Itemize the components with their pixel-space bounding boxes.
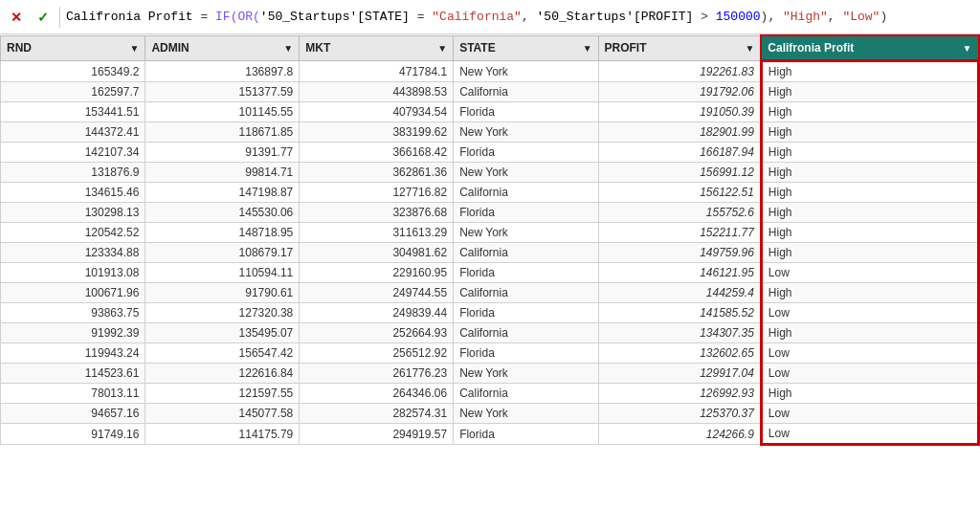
- table-row: 131876.999814.71362861.36New York156991.…: [1, 163, 979, 183]
- table-row: 130298.13145530.06323876.68Florida155752…: [1, 203, 979, 223]
- formula-icons: ✕ ✓: [6, 7, 54, 28]
- cell-state: Florida: [454, 343, 598, 364]
- cell-mkt: 256512.92: [300, 343, 454, 364]
- table-wrapper: RND ▼ ADMIN ▼ MKT ▼: [0, 34, 980, 530]
- cell-state: Florida: [454, 424, 598, 445]
- cell-rnd: 101913.08: [1, 263, 145, 283]
- cell-rnd: 93863.75: [1, 303, 145, 323]
- cell-state: Florida: [454, 143, 598, 163]
- col-mkt-dropdown-icon[interactable]: ▼: [437, 43, 447, 54]
- cell-admin: 108679.17: [145, 243, 300, 263]
- cell-calprofit: High: [761, 223, 978, 243]
- cell-profit: 125370.37: [598, 404, 761, 424]
- cell-mkt: 249839.44: [300, 303, 454, 323]
- cell-admin: 114175.79: [145, 424, 300, 445]
- cell-rnd: 134615.46: [1, 183, 145, 203]
- cell-calprofit: Low: [761, 263, 978, 283]
- cell-admin: 101145.55: [145, 102, 300, 122]
- cell-rnd: 94657.16: [1, 404, 145, 424]
- cell-mkt: 294919.57: [300, 424, 454, 445]
- cell-calprofit: High: [761, 183, 978, 203]
- cell-mkt: 323876.68: [300, 203, 454, 223]
- cell-rnd: 165349.2: [1, 61, 145, 82]
- cell-rnd: 142107.34: [1, 143, 145, 163]
- cancel-button[interactable]: ✕: [6, 7, 27, 28]
- cell-calprofit: High: [761, 163, 978, 183]
- col-calprofit-dropdown-icon[interactable]: ▼: [963, 43, 972, 54]
- cell-rnd: 120542.52: [1, 223, 145, 243]
- cell-mkt: 362861.36: [300, 163, 454, 183]
- cell-admin: 136897.8: [145, 61, 300, 82]
- cell-rnd: 114523.61: [1, 364, 145, 384]
- cell-profit: 132602.65: [598, 343, 761, 364]
- cell-admin: 145077.58: [145, 404, 300, 424]
- cell-profit: 152211.77: [598, 223, 761, 243]
- cell-mkt: 264346.06: [300, 384, 454, 404]
- col-header-rnd[interactable]: RND ▼: [1, 35, 145, 61]
- formula-bar: ✕ ✓ Califronia Profit = IF(OR('50_Startu…: [0, 0, 980, 34]
- cell-profit: 166187.94: [598, 143, 761, 163]
- cell-calprofit: Low: [761, 303, 978, 323]
- cell-profit: 192261.83: [598, 61, 761, 82]
- cell-profit: 129917.04: [598, 364, 761, 384]
- cell-profit: 155752.6: [598, 203, 761, 223]
- col-header-mkt-label: MKT: [305, 41, 330, 55]
- table-body: 165349.2136897.8471784.1New York192261.8…: [1, 61, 979, 445]
- cell-profit: 156122.51: [598, 183, 761, 203]
- table-row: 144372.41118671.85383199.62New York18290…: [1, 122, 979, 143]
- table-row: 91749.16114175.79294919.57Florida124266.…: [1, 424, 979, 445]
- formula-input[interactable]: Califronia Profit = IF(OR('50_Startups'[…: [66, 10, 974, 24]
- cell-profit: 191792.06: [598, 82, 761, 102]
- col-profit-dropdown-icon[interactable]: ▼: [745, 43, 754, 54]
- cell-state: California: [454, 183, 598, 203]
- cell-admin: 91391.77: [145, 143, 300, 163]
- cell-profit: 156991.12: [598, 163, 761, 183]
- table-row: 100671.9691790.61249744.55California1442…: [1, 283, 979, 303]
- table-row: 123334.88108679.17304981.62California149…: [1, 243, 979, 263]
- formula-column-name: Califronia Profit: [66, 10, 200, 24]
- confirm-button[interactable]: ✓: [33, 7, 54, 28]
- cell-state: Florida: [454, 263, 598, 283]
- cell-admin: 122616.84: [145, 364, 300, 384]
- cell-calprofit: High: [761, 61, 978, 82]
- table-row: 93863.75127320.38249839.44Florida141585.…: [1, 303, 979, 323]
- cell-mkt: 127716.82: [300, 183, 454, 203]
- cell-state: Florida: [454, 102, 598, 122]
- table-row: 165349.2136897.8471784.1New York192261.8…: [1, 61, 979, 82]
- col-header-admin[interactable]: ADMIN ▼: [145, 35, 300, 61]
- col-header-admin-label: ADMIN: [151, 41, 189, 55]
- cell-calprofit: Low: [761, 364, 978, 384]
- table-header-row: RND ▼ ADMIN ▼ MKT ▼: [1, 35, 979, 61]
- col-admin-dropdown-icon[interactable]: ▼: [283, 43, 293, 54]
- cell-profit: 146121.95: [598, 263, 761, 283]
- cell-state: New York: [454, 122, 598, 143]
- table-row: 114523.61122616.84261776.23New York12991…: [1, 364, 979, 384]
- table-row: 78013.11121597.55264346.06California1269…: [1, 384, 979, 404]
- col-header-calprofit[interactable]: Califronia Profit ▼: [761, 35, 978, 61]
- cell-admin: 145530.06: [145, 203, 300, 223]
- cell-rnd: 123334.88: [1, 243, 145, 263]
- cell-profit: 134307.35: [598, 323, 761, 343]
- col-header-state[interactable]: STATE ▼: [454, 35, 598, 61]
- cell-calprofit: High: [761, 122, 978, 143]
- col-header-mkt[interactable]: MKT ▼: [300, 35, 454, 61]
- cell-admin: 110594.11: [145, 263, 300, 283]
- cell-profit: 124266.9: [598, 424, 761, 445]
- col-state-dropdown-icon[interactable]: ▼: [583, 43, 592, 54]
- cell-calprofit: High: [761, 82, 978, 102]
- cell-calprofit: High: [761, 323, 978, 343]
- cell-calprofit: High: [761, 203, 978, 223]
- cell-calprofit: High: [761, 243, 978, 263]
- cell-rnd: 130298.13: [1, 203, 145, 223]
- col-rnd-dropdown-icon[interactable]: ▼: [130, 43, 140, 54]
- col-header-profit-label: PROFIT: [605, 41, 647, 55]
- cell-admin: 148718.95: [145, 223, 300, 243]
- cell-state: New York: [454, 404, 598, 424]
- cell-state: New York: [454, 61, 598, 82]
- cell-admin: 156547.42: [145, 343, 300, 364]
- cell-calprofit: High: [761, 143, 978, 163]
- cell-rnd: 119943.24: [1, 343, 145, 364]
- cell-admin: 91790.61: [145, 283, 300, 303]
- col-header-profit[interactable]: PROFIT ▼: [598, 35, 761, 61]
- table-row: 91992.39135495.07252664.93California1343…: [1, 323, 979, 343]
